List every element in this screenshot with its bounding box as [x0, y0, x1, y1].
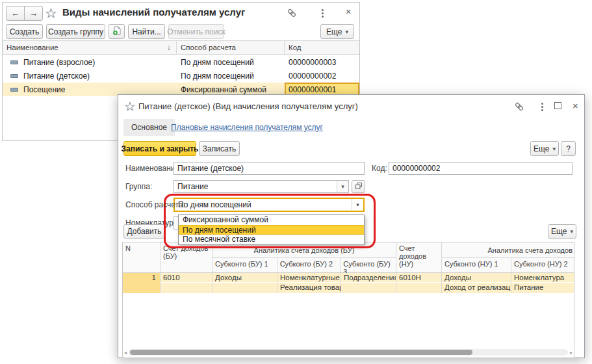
close-icon[interactable]: × — [573, 100, 578, 111]
table-row[interactable]: Питание (детское) По дням посещений 0000… — [3, 69, 359, 83]
group-open-button[interactable] — [352, 180, 365, 193]
new-document-icon — [112, 26, 122, 38]
open-form-icon — [355, 182, 363, 192]
catalog-item-icon — [10, 60, 18, 64]
scrollbar-thumb[interactable] — [130, 350, 472, 355]
method-combobox[interactable]: По дням посещений ▾ — [174, 198, 365, 212]
scroll-right-icon[interactable]: ▸ — [570, 350, 573, 356]
save-button[interactable]: Записать — [199, 141, 240, 156]
add-row-button[interactable]: Добавить — [123, 224, 165, 239]
method-dropdown-list[interactable]: Фиксированной суммой По дням посещений П… — [178, 214, 365, 245]
method-dropdown-icon[interactable]: ▾ — [352, 199, 363, 211]
accounts-table[interactable]: N Счет доходов (БУ) Аналитика счета дохо… — [122, 242, 574, 358]
tab-planned-accruals[interactable]: Плановые начисления получателям услуг — [171, 123, 323, 132]
accounts-table-row[interactable]: 1 6010 Доходы Номенклатурные г…Реализаци… — [123, 273, 574, 293]
form-window: Питание (детское) (Вид начисления получа… — [118, 94, 585, 358]
dropdown-option[interactable]: По месячной ставке — [179, 235, 364, 244]
catalog-item-icon — [10, 74, 18, 78]
sort-desc-icon: ↓ — [167, 44, 171, 51]
code-field-label: Код: — [372, 164, 387, 173]
favorite-star-icon[interactable] — [44, 6, 57, 20]
window-menu-icon[interactable] — [318, 8, 327, 18]
group-field-label: Группа: — [125, 182, 152, 191]
tab-main[interactable]: Основное — [123, 119, 175, 136]
cancel-search-button: Отменить поиск — [168, 24, 224, 39]
group-dropdown-icon[interactable]: ▾ — [337, 181, 348, 192]
create-group-button[interactable]: Создать группу — [46, 24, 105, 39]
get-link-icon[interactable] — [513, 101, 525, 112]
name-field[interactable]: Питание (детское) — [174, 162, 365, 175]
table-row[interactable]: Питание (взрослое) По дням посещений 000… — [3, 55, 359, 69]
list-window-title: Виды начислений получателям услуг — [62, 6, 245, 18]
horizontal-scrollbar[interactable]: ◂ ▸ — [124, 348, 573, 356]
create-copy-button[interactable] — [109, 24, 125, 39]
close-icon[interactable]: × — [346, 6, 351, 17]
form-more-button[interactable]: Еще▾ — [530, 141, 559, 156]
catalog-item-icon — [10, 88, 18, 92]
nav-back-button[interactable]: ← — [6, 6, 25, 21]
forward-arrow-icon: → — [29, 8, 38, 18]
save-and-close-button[interactable]: Записать и закрыть — [123, 141, 196, 156]
help-button[interactable]: ? — [561, 141, 576, 156]
table-more-button[interactable]: Еще▾ — [548, 224, 576, 239]
back-arrow-icon: ← — [11, 8, 19, 18]
list-table-header[interactable]: Наименование↓ Способ расчета Код — [3, 40, 359, 55]
find-button[interactable]: Найти... — [128, 24, 165, 39]
chevron-down-icon: ▾ — [570, 228, 573, 235]
column-header-name[interactable]: Наименование↓ — [3, 41, 177, 54]
window-menu-icon[interactable] — [537, 101, 547, 112]
dropdown-option[interactable]: Фиксированной суммой — [179, 215, 364, 225]
get-link-icon[interactable] — [286, 7, 298, 19]
dropdown-option-selected[interactable]: По дням посещений — [179, 225, 364, 235]
create-button[interactable]: Создать — [6, 24, 43, 39]
list-more-button[interactable]: Еще▾ — [320, 24, 354, 39]
column-header-code[interactable]: Код — [285, 41, 359, 54]
group-combobox[interactable]: Питание ▾ — [174, 180, 349, 193]
favorite-star-icon[interactable] — [124, 101, 136, 112]
chevron-down-icon: ▾ — [345, 29, 348, 35]
form-window-title: Питание (детское) (Вид начисления получа… — [138, 101, 358, 111]
code-field[interactable]: 00000000002 — [389, 162, 573, 175]
nav-forward-button[interactable]: → — [24, 6, 43, 21]
method-field-label: Способ расчета: — [125, 200, 185, 209]
column-header-method[interactable]: Способ расчета — [177, 41, 285, 54]
chevron-down-icon: ▾ — [552, 146, 556, 152]
accounts-table-header: N Счет доходов (БУ) Аналитика счета дохо… — [123, 242, 574, 273]
maximize-icon[interactable] — [554, 102, 561, 109]
scroll-left-icon[interactable]: ◂ — [124, 350, 127, 356]
